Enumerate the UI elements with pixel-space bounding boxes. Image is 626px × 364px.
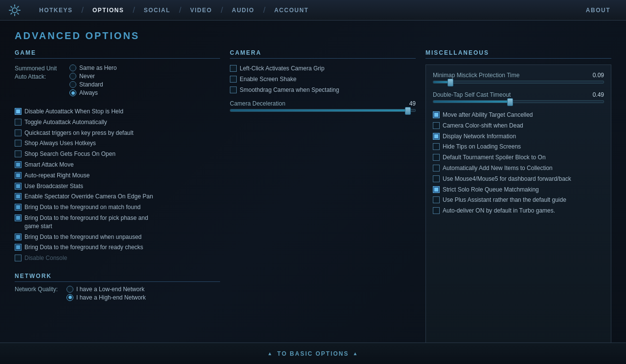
misc-option-camera-color: Camera Color-shift when Dead xyxy=(433,122,604,130)
cb-broadcaster[interactable] xyxy=(15,183,22,190)
radio-same-as-hero[interactable]: Same as Hero xyxy=(69,64,117,71)
cb-auto-items[interactable] xyxy=(433,165,440,171)
cb-camera-color[interactable] xyxy=(433,122,440,129)
label-quickcast: Quickcast triggers on key press by defau… xyxy=(24,129,134,137)
nav-item-audio[interactable]: AUDIO xyxy=(224,0,262,20)
radio-high-end[interactable]: I have a High-end Network xyxy=(67,294,146,301)
game-option-foreground-ready: Bring Dota to the foreground for ready c… xyxy=(15,243,220,252)
cb-shop-hotkeys[interactable] xyxy=(15,140,22,147)
network-quality-label: Network Quality: xyxy=(15,286,58,293)
label-smart-attack: Smart Attack Move xyxy=(24,161,74,169)
cb-solo-queue[interactable] xyxy=(433,186,440,193)
cb-auto-repeat[interactable] xyxy=(15,172,22,179)
cb-foreground-match[interactable] xyxy=(15,204,22,211)
misc-option-spoiler-block: Default Tournament Spoiler Block to On xyxy=(433,153,604,162)
cb-shop-search[interactable] xyxy=(15,150,22,157)
cb-mouse45[interactable] xyxy=(433,175,440,182)
cb-hide-tips[interactable] xyxy=(433,143,440,150)
cb-foreground-ready[interactable] xyxy=(15,244,22,251)
radio-label-standard: Standard xyxy=(79,81,103,88)
doubletap-track[interactable] xyxy=(433,100,604,103)
game-option-disable-autoattack: Disable Autoattack When Stop is Held xyxy=(15,107,220,116)
radio-always[interactable]: Always xyxy=(69,89,117,96)
cb-move-after-ability[interactable] xyxy=(433,111,440,118)
cb-disable-autoattack[interactable] xyxy=(15,108,22,115)
col-misc: MISCELLANEOUS Minimap Misclick Protectio… xyxy=(425,49,611,343)
label-auto-repeat: Auto-repeat Right Mouse xyxy=(24,171,89,180)
misc-option-solo-queue: Strict Solo Role Queue Matchmaking xyxy=(433,186,604,194)
basic-options-label: TO BASIC OPTIONS xyxy=(277,350,349,357)
misc-box: Minimap Misclick Protection Time 0.09 Do… xyxy=(425,64,611,343)
chevron-up-right-icon: ▲ xyxy=(353,351,358,356)
doubletap-value: 0.49 xyxy=(593,91,604,98)
nav-item-about[interactable]: ABOUT xyxy=(578,0,618,20)
rb-high-end[interactable] xyxy=(67,294,73,301)
logo-icon[interactable] xyxy=(8,3,22,17)
doubletap-label-row: Double-Tap Self Cast Timeout 0.49 xyxy=(433,91,604,98)
summoned-unit-options: Same as Hero Never Standard Always xyxy=(65,64,117,98)
decel-thumb[interactable] xyxy=(405,107,411,115)
minimap-label: Minimap Misclick Protection Time xyxy=(433,72,519,79)
cb-spoiler-block[interactable] xyxy=(433,154,440,161)
minimap-value: 0.09 xyxy=(593,72,604,79)
cb-left-click-camera[interactable] xyxy=(230,65,237,72)
camera-deceleration-slider: Camera Deceleration 49 xyxy=(230,100,416,112)
nav-item-video[interactable]: VIDEO xyxy=(182,0,220,20)
cb-spectator-camera[interactable] xyxy=(15,193,22,200)
cb-quickcast[interactable] xyxy=(15,129,22,136)
page-title: ADVANCED OPTIONS xyxy=(15,30,611,42)
network-section: NETWORK Network Quality: I have a Low-en… xyxy=(15,273,220,302)
misc-option-auto-deliver: Auto-deliver ON by default in Turbo game… xyxy=(433,207,604,215)
decel-fill xyxy=(230,109,408,111)
cb-plus-assistant[interactable] xyxy=(433,196,440,203)
basic-options-button[interactable]: ▲ TO BASIC OPTIONS ▲ xyxy=(268,350,358,357)
minimap-slider: Minimap Misclick Protection Time 0.09 xyxy=(433,72,604,84)
radio-standard[interactable]: Standard xyxy=(69,81,117,88)
decel-value: 49 xyxy=(409,100,416,107)
label-auto-deliver: Auto-deliver ON by default in Turbo game… xyxy=(443,207,555,215)
rb-low-end[interactable] xyxy=(67,286,73,293)
main-content: ADVANCED OPTIONS GAME Summoned UnitAuto … xyxy=(0,21,626,343)
cb-display-network[interactable] xyxy=(433,133,440,140)
label-left-click-camera: Left-Click Activates Camera Grip xyxy=(240,64,324,73)
game-option-shop-hotkeys: Shop Always Uses Hotkeys xyxy=(15,139,220,148)
rb-never[interactable] xyxy=(69,73,76,80)
cb-disable-console[interactable] xyxy=(15,255,22,261)
doubletap-thumb[interactable] xyxy=(507,98,513,106)
minimap-thumb[interactable] xyxy=(447,79,453,86)
game-option-foreground-unpause: Bring Dota to the foreground when unpaus… xyxy=(15,233,220,241)
cb-smart-attack[interactable] xyxy=(15,161,22,168)
radio-label-high-end: I have a High-end Network xyxy=(76,294,146,301)
decel-track[interactable] xyxy=(230,109,416,112)
nav-item-account[interactable]: ACCOUNT xyxy=(267,0,317,20)
cb-toggle-autoattack[interactable] xyxy=(15,119,22,126)
bottom-bar: ▲ TO BASIC OPTIONS ▲ xyxy=(0,343,626,364)
game-checkboxes: Disable Autoattack When Stop is Held Tog… xyxy=(15,107,220,265)
label-foreground-ready: Bring Dota to the foreground for ready c… xyxy=(24,243,143,252)
col-camera: CAMERA Left-Click Activates Camera Grip … xyxy=(230,49,416,343)
label-spoiler-block: Default Tournament Spoiler Block to On xyxy=(443,153,546,162)
rb-always[interactable] xyxy=(69,89,76,96)
summoned-unit-group: Summoned UnitAuto Attack: Same as Hero N… xyxy=(15,64,220,102)
label-toggle-autoattack: Toggle Autoattack Automatically xyxy=(24,118,107,127)
camera-checkboxes: Left-Click Activates Camera Grip Enable … xyxy=(230,64,416,96)
col-game: GAME Summoned UnitAuto Attack: Same as H… xyxy=(15,49,220,343)
radio-never[interactable]: Never xyxy=(69,73,117,80)
cb-foreground-unpause[interactable] xyxy=(15,234,22,240)
game-option-quickcast: Quickcast triggers on key press by defau… xyxy=(15,129,220,137)
game-option-spectator-camera: Enable Spectator Override Camera On Edge… xyxy=(15,193,220,201)
cb-foreground-pick[interactable] xyxy=(15,214,22,221)
nav-item-social[interactable]: SOCIAL xyxy=(136,0,178,20)
nav-item-hotkeys[interactable]: HOTKEYS xyxy=(31,0,81,20)
radio-low-end[interactable]: I have a Low-end Network xyxy=(67,286,146,293)
nav-item-options[interactable]: OPTIONS xyxy=(85,0,132,20)
cb-auto-deliver[interactable] xyxy=(433,207,440,214)
label-foreground-unpause: Bring Dota to the foreground when unpaus… xyxy=(24,233,142,241)
rb-standard[interactable] xyxy=(69,81,76,88)
cb-smoothdrag[interactable] xyxy=(230,86,237,93)
minimap-track[interactable] xyxy=(433,81,604,84)
game-option-toggle-autoattack: Toggle Autoattack Automatically xyxy=(15,118,220,127)
rb-same-as-hero[interactable] xyxy=(69,64,76,71)
misc-option-mouse45: Use Mouse4/Mouse5 for dashboard forward/… xyxy=(433,175,604,183)
cb-screen-shake[interactable] xyxy=(230,76,237,83)
